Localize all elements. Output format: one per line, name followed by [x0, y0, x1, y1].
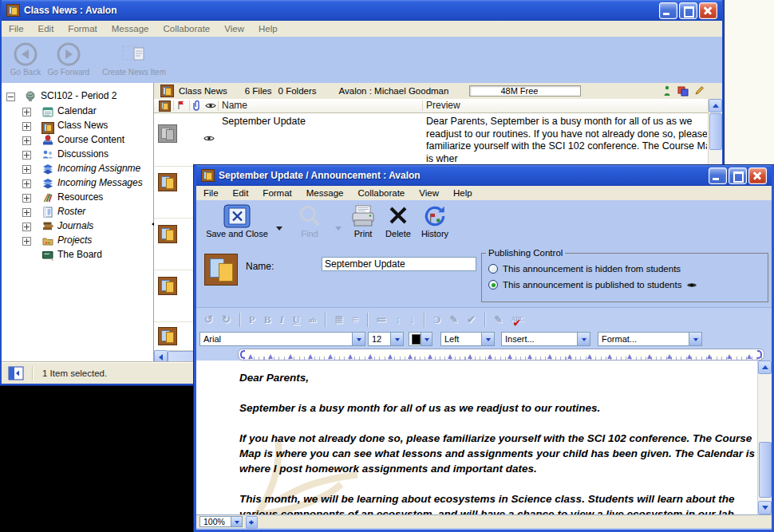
editor-titlebar[interactable]: September Update / Announcement : Avalon	[196, 165, 772, 186]
minimize-button[interactable]	[709, 167, 727, 184]
name-input[interactable]	[322, 257, 476, 271]
maximize-button[interactable]	[729, 167, 747, 184]
dropdown-arrow-icon[interactable]	[421, 333, 432, 345]
accept-icon[interactable]: ✔	[467, 313, 476, 326]
expand-icon[interactable]	[22, 194, 31, 203]
close-button[interactable]	[699, 2, 717, 19]
name-column-header[interactable]: Name	[222, 100, 247, 111]
signature-icon[interactable]: ✎	[494, 313, 503, 326]
radio-published-option[interactable]: This announcement is published to studen…	[488, 280, 697, 290]
list-item-september-update[interactable]: September Update Dear Parents, September…	[154, 112, 709, 165]
indent-icon[interactable]: ≔	[377, 313, 387, 326]
underline-icon[interactable]: U	[293, 313, 300, 326]
font-family-select[interactable]: Arial	[199, 332, 365, 346]
numbered-list-icon[interactable]: ≣	[334, 313, 343, 326]
flag-column-icon[interactable]	[177, 100, 185, 110]
pane-toggle-icon[interactable]	[8, 366, 24, 380]
tree-item-incoming-assignments[interactable]: Incoming Assignme	[2, 162, 153, 176]
line-spacing-icon[interactable]: ↕	[396, 313, 401, 326]
radio-button-selected[interactable]	[488, 280, 498, 290]
create-news-item-button[interactable]: Create News Item	[97, 41, 171, 77]
print-button[interactable]: Print	[346, 203, 380, 238]
menu-help[interactable]: Help	[251, 24, 285, 33]
expand-icon[interactable]	[22, 151, 31, 160]
menu-view[interactable]: View	[412, 188, 446, 198]
bold-icon[interactable]: B	[264, 313, 271, 326]
plain-text-icon[interactable]: P	[249, 313, 255, 326]
redo-icon[interactable]: ↻	[222, 313, 231, 326]
dropdown-arrow-icon[interactable]	[352, 333, 365, 345]
close-button[interactable]	[748, 167, 767, 184]
history-button[interactable]: History	[417, 203, 453, 238]
tree-item-discussions[interactable]: Discussions	[2, 148, 153, 162]
go-back-button[interactable]: Go Back	[6, 41, 45, 77]
tree-item-calendar[interactable]: Calendar	[2, 104, 153, 119]
scroll-left-button[interactable]	[154, 350, 168, 363]
message-body-editor[interactable]: Dear Parents, September is a busy month …	[196, 361, 772, 514]
go-forward-button[interactable]: Go Forward	[46, 41, 91, 77]
alignment-select[interactable]: Left	[440, 332, 495, 346]
editor-vertical-scrollbar[interactable]	[757, 361, 772, 514]
italic-icon[interactable]: I	[279, 313, 283, 326]
radio-button[interactable]	[488, 264, 498, 274]
expand-icon[interactable]	[22, 223, 31, 231]
expand-icon[interactable]	[22, 208, 31, 217]
spellcheck-icon[interactable]: ABC	[511, 316, 523, 323]
insert-select[interactable]: Insert...	[501, 332, 590, 346]
format-select[interactable]: Format...	[598, 332, 702, 346]
bulleted-list-icon[interactable]: ≡	[352, 313, 357, 326]
expand-icon[interactable]	[22, 122, 31, 131]
tree-item-journals[interactable]: Journals	[2, 219, 153, 234]
expand-icon[interactable]	[22, 136, 31, 145]
zoom-spinner[interactable]	[246, 516, 258, 529]
dropdown-arrow-icon[interactable]	[689, 333, 701, 345]
pen-icon[interactable]: ✎	[449, 313, 458, 326]
menu-edit[interactable]: Edit	[31, 24, 61, 33]
view-mode-icon[interactable]	[677, 86, 689, 97]
menu-message[interactable]: Message	[299, 188, 351, 198]
tree-item-projects[interactable]: Projects	[2, 234, 153, 248]
tree-item-incoming-messages[interactable]: Incoming Messages	[2, 176, 153, 191]
dropdown-arrow-icon[interactable]	[577, 333, 590, 345]
dropdown-arrow-icon[interactable]	[231, 517, 242, 526]
menu-file[interactable]: File	[2, 24, 31, 33]
scroll-up-button[interactable]	[709, 99, 722, 112]
menu-view[interactable]: View	[217, 24, 251, 33]
main-titlebar[interactable]: Class News : Avalon	[2, 0, 722, 21]
minimize-button[interactable]	[659, 2, 677, 19]
menu-edit[interactable]: Edit	[226, 188, 256, 198]
tree-item-roster[interactable]: Roster	[2, 205, 153, 219]
expand-icon[interactable]	[22, 237, 31, 246]
scroll-thumb[interactable]	[709, 113, 722, 150]
expand-icon[interactable]	[22, 108, 31, 116]
user-presence-icon[interactable]	[663, 85, 671, 97]
published-column-icon[interactable]	[205, 102, 216, 109]
scroll-thumb[interactable]	[759, 442, 772, 498]
font-size-select[interactable]: 12	[368, 332, 404, 346]
list-column-header[interactable]: Name Preview	[154, 99, 709, 113]
scroll-down-button[interactable]	[758, 501, 772, 514]
tree-root-sci102[interactable]: SCI102 - Period 2	[2, 89, 153, 104]
dropdown-arrow-icon[interactable]	[481, 333, 494, 345]
tree-item-class-news[interactable]: Class News	[2, 119, 153, 133]
dropdown-arrow-icon[interactable]	[390, 333, 403, 345]
tree-item-course-content[interactable]: Course Content	[2, 133, 153, 148]
save-and-close-button[interactable]: Save and Close	[199, 203, 274, 238]
expand-icon[interactable]	[22, 165, 31, 174]
menu-collaborate[interactable]: Collaborate	[350, 188, 412, 198]
font-color-select[interactable]	[409, 332, 432, 346]
menu-format[interactable]: Format	[61, 24, 104, 33]
radio-hidden-option[interactable]: This announcement is hidden from student…	[488, 264, 681, 274]
menu-message[interactable]: Message	[105, 24, 156, 33]
menu-collaborate[interactable]: Collaborate	[156, 24, 217, 33]
scroll-up-button[interactable]	[758, 361, 772, 374]
edit-pencil-icon[interactable]	[695, 85, 705, 97]
preview-column-header[interactable]: Preview	[426, 100, 460, 111]
delete-button[interactable]: Delete	[381, 203, 415, 238]
menu-help[interactable]: Help	[446, 188, 480, 198]
collapse-icon[interactable]	[6, 93, 15, 101]
paragraph-down-icon[interactable]: ↓	[409, 313, 415, 326]
undo-icon[interactable]: ↺	[204, 313, 213, 326]
ruler[interactable]	[238, 349, 764, 361]
tree-item-the-board[interactable]: The Board	[2, 248, 153, 262]
